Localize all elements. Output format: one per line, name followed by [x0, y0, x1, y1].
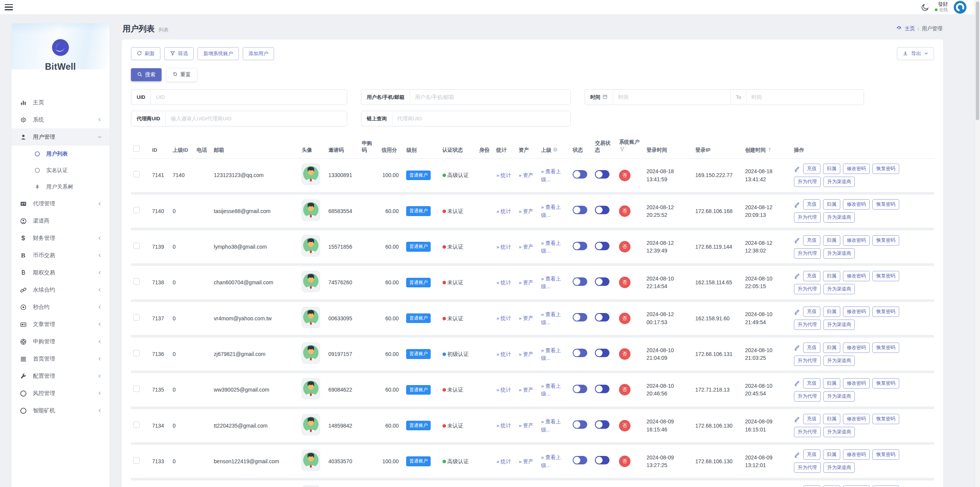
action-button[interactable]: 升为代理	[794, 427, 821, 437]
action-button[interactable]: 修改密码	[843, 343, 870, 353]
view-parent-link[interactable]: » 查看上级...	[541, 169, 561, 182]
assets-link[interactable]: » 资产	[519, 459, 533, 464]
action-button[interactable]: 恢复密码	[872, 235, 899, 246]
row-checkbox[interactable]	[133, 385, 140, 392]
status-toggle[interactable]	[573, 277, 587, 286]
status-toggle[interactable]	[573, 456, 587, 464]
edit-icon[interactable]	[794, 380, 800, 386]
dark-mode-icon[interactable]	[921, 3, 929, 11]
menu-toggle-icon[interactable]	[5, 4, 13, 10]
action-button[interactable]: 归属	[823, 164, 840, 174]
trade-status-toggle[interactable]	[595, 206, 609, 214]
action-button[interactable]: 归属	[823, 378, 840, 389]
sidebar-item[interactable]: 配置管理	[11, 367, 109, 385]
trade-status-toggle[interactable]	[595, 456, 609, 464]
trade-status-toggle[interactable]	[595, 385, 609, 393]
action-button[interactable]: 充值	[803, 235, 820, 246]
refresh-button[interactable]: 刷新	[131, 47, 160, 60]
sidebar-item[interactable]: $财务管理	[11, 230, 109, 247]
onchain-input[interactable]	[392, 111, 570, 126]
action-button[interactable]: 归属	[823, 235, 840, 246]
action-button[interactable]: 充值	[803, 449, 820, 460]
action-button[interactable]: 升为渠道商	[823, 320, 855, 330]
assets-link[interactable]: » 资产	[519, 244, 533, 250]
stats-link[interactable]: » 统计	[497, 423, 511, 428]
action-button[interactable]: 归属	[823, 343, 840, 353]
add-system-account-button[interactable]: 新增系统账户	[198, 47, 239, 60]
stats-link[interactable]: » 统计	[497, 351, 511, 357]
action-button[interactable]: 升为代理	[794, 248, 821, 259]
action-button[interactable]: 升为代理	[794, 284, 821, 294]
action-button[interactable]: 恢复密码	[872, 449, 899, 460]
sidebar-item[interactable]: 风控管理	[11, 385, 109, 402]
user-avatar[interactable]	[953, 0, 967, 14]
trade-status-toggle[interactable]	[595, 242, 609, 250]
assets-link[interactable]: » 资产	[519, 172, 533, 178]
view-parent-link[interactable]: » 查看上级...	[541, 204, 561, 218]
sidebar-item[interactable]: 用户管理	[11, 128, 109, 146]
action-button[interactable]: 升为代理	[794, 320, 821, 330]
action-button[interactable]: 修改密码	[843, 271, 870, 281]
action-button[interactable]: 恢复密码	[872, 307, 899, 317]
status-toggle[interactable]	[573, 349, 587, 357]
view-parent-link[interactable]: » 查看上级...	[541, 240, 561, 254]
action-button[interactable]: 升为渠道商	[823, 177, 855, 187]
action-button[interactable]: 修改密码	[843, 164, 870, 174]
action-button[interactable]: 归属	[823, 271, 840, 281]
sidebar-item[interactable]: 系统	[11, 111, 109, 128]
action-button[interactable]: 充值	[803, 378, 820, 389]
action-button[interactable]: 修改密码	[843, 378, 870, 389]
stats-link[interactable]: » 统计	[497, 387, 511, 393]
assets-link[interactable]: » 资产	[519, 423, 533, 428]
action-button[interactable]: 升为渠道商	[823, 391, 855, 402]
edit-icon[interactable]	[794, 166, 800, 172]
add-user-button[interactable]: 添加用户	[243, 47, 274, 60]
action-button[interactable]: 恢复密码	[872, 378, 899, 389]
username-input[interactable]	[410, 90, 570, 105]
filter-icon[interactable]	[620, 147, 642, 154]
action-button[interactable]: 充值	[803, 164, 820, 174]
sidebar-item[interactable]: 申购管理	[11, 333, 109, 350]
action-button[interactable]: 修改密码	[843, 235, 870, 246]
sidebar-item[interactable]: 文章管理	[11, 316, 109, 333]
reset-button[interactable]: 重置	[166, 68, 197, 82]
action-button[interactable]: 修改密码	[843, 449, 870, 460]
export-button[interactable]: 导出	[897, 47, 934, 60]
action-button[interactable]: 充值	[803, 414, 820, 424]
action-button[interactable]: 恢复密码	[872, 164, 899, 174]
assets-link[interactable]: » 资产	[519, 351, 533, 357]
assets-link[interactable]: » 资产	[519, 280, 533, 285]
view-parent-link[interactable]: » 查看上级...	[541, 454, 561, 468]
action-button[interactable]: 归属	[823, 414, 840, 424]
breadcrumb-home-link[interactable]: 主页	[905, 25, 915, 32]
edit-icon[interactable]	[794, 202, 800, 208]
filter-button[interactable]: 筛选	[164, 47, 194, 60]
action-button[interactable]: 归属	[823, 307, 840, 317]
status-toggle[interactable]	[573, 242, 587, 250]
action-button[interactable]: 升为代理	[794, 462, 821, 473]
sidebar-item[interactable]: 秒合约	[11, 298, 109, 316]
view-parent-link[interactable]: » 查看上级...	[541, 383, 561, 397]
row-checkbox[interactable]	[133, 278, 140, 285]
row-checkbox[interactable]	[133, 457, 140, 464]
sidebar-subitem[interactable]: 实名认证	[11, 162, 109, 179]
edit-icon[interactable]	[794, 309, 800, 315]
sidebar-item[interactable]: 期权交易	[11, 264, 109, 281]
sidebar-subitem[interactable]: 用户列表	[11, 146, 109, 162]
action-button[interactable]: 升为代理	[794, 177, 821, 187]
action-button[interactable]: 升为代理	[794, 356, 821, 366]
edit-icon[interactable]	[794, 273, 800, 279]
action-button[interactable]: 恢复密码	[872, 485, 899, 487]
action-button[interactable]: 升为渠道商	[823, 427, 855, 437]
stats-link[interactable]: » 统计	[497, 315, 511, 321]
status-toggle[interactable]	[573, 206, 587, 214]
edit-icon[interactable]	[794, 344, 800, 351]
row-checkbox[interactable]	[133, 171, 140, 177]
sidebar-item[interactable]: 永续合约	[11, 281, 109, 298]
assets-link[interactable]: » 资产	[519, 315, 533, 321]
action-button[interactable]: 恢复密码	[872, 199, 899, 210]
trade-status-toggle[interactable]	[595, 170, 609, 179]
sidebar-item[interactable]: 渠道商	[11, 212, 109, 230]
assets-link[interactable]: » 资产	[519, 387, 533, 393]
stats-link[interactable]: » 统计	[497, 172, 511, 178]
